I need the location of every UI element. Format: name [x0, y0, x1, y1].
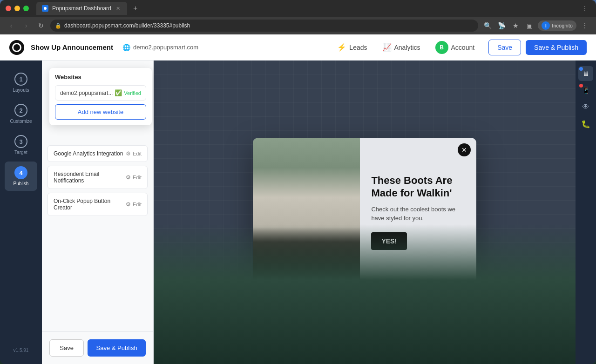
- cast-icon[interactable]: 📡: [496, 20, 507, 31]
- address-bar: ‹ › ↻ 🔒 dashboard.popupsmart.com/builder…: [0, 17, 596, 34]
- mobile-view-button[interactable]: 📱: [578, 83, 593, 98]
- panel-item-email-edit[interactable]: ⚙ Edit: [126, 174, 142, 181]
- websites-title: Websites: [55, 74, 146, 81]
- profile-label: Incognito: [552, 23, 573, 28]
- app-header: Show Up Announcement 🌐 demo2.popupsmart.…: [0, 34, 596, 61]
- header-save-publish-button[interactable]: Save & Publish: [526, 40, 587, 55]
- leads-label: Leads: [349, 44, 367, 51]
- maximize-window-button[interactable]: [23, 6, 29, 11]
- panel-item-analytics-edit[interactable]: ⚙ Edit: [126, 150, 142, 157]
- profile-chip[interactable]: I Incognito: [538, 20, 576, 31]
- preview-button[interactable]: 👁: [578, 100, 593, 115]
- tab-bar: Popupsmart Dashboard ✕ +: [36, 2, 579, 15]
- sidebar-item-target[interactable]: 3 Target: [5, 130, 37, 160]
- forward-button[interactable]: ›: [20, 20, 32, 31]
- verified-badge: ✅ Verified: [115, 89, 141, 96]
- panel-bottom: Save Save & Publish: [42, 331, 153, 364]
- account-label: Account: [451, 44, 475, 51]
- panel-item-email[interactable]: Respondent Email Notifications ⚙ Edit: [47, 166, 148, 189]
- sidebar-item-layouts[interactable]: 1 Layouts: [5, 68, 37, 97]
- url-text: dashboard.popupsmart.com/builder/33335#p…: [64, 22, 190, 29]
- mobile-icon: 📱: [582, 87, 590, 94]
- edit-icon-onclick: ⚙: [126, 201, 131, 208]
- reload-button[interactable]: ↻: [35, 20, 47, 31]
- sidebar-label-layouts: Layouts: [13, 88, 29, 93]
- website-indicator: 🌐 demo2.popupsmart.com: [122, 44, 198, 51]
- website-url: demo2.popupsmart.com: [133, 44, 198, 51]
- browser-tab[interactable]: Popupsmart Dashboard ✕: [36, 2, 127, 15]
- url-bar[interactable]: 🔒 dashboard.popupsmart.com/builder/33335…: [50, 20, 478, 32]
- sidebar-label-customize: Customize: [10, 119, 32, 124]
- publish-panel: Websites demo2.popupsmart... ✅ Verified …: [42, 61, 154, 364]
- edit-label-analytics: Edit: [133, 151, 142, 156]
- new-tab-button[interactable]: +: [129, 2, 142, 15]
- website-row[interactable]: demo2.popupsmart... ✅ Verified: [55, 85, 146, 101]
- analytics-icon: 📈: [382, 43, 392, 52]
- window-settings-button[interactable]: ⋮: [579, 3, 590, 14]
- edit-label-onclick: Edit: [133, 202, 142, 207]
- more-options-icon[interactable]: ⋮: [579, 20, 590, 31]
- account-nav-item[interactable]: B Account: [429, 38, 481, 57]
- verified-label: Verified: [124, 90, 141, 96]
- edit-label-email: Edit: [133, 175, 142, 180]
- eye-icon: 👁: [582, 103, 589, 111]
- search-icon[interactable]: 🔍: [482, 20, 493, 31]
- popup-description: Check out the coolest boots we have styl…: [371, 205, 465, 223]
- leads-nav-item[interactable]: ⚡ Leads: [331, 40, 373, 54]
- minimize-window-button[interactable]: [14, 6, 20, 11]
- desktop-icon: 🖥: [582, 69, 589, 78]
- desktop-view-button[interactable]: 🖥: [578, 66, 593, 81]
- account-avatar: B: [435, 41, 448, 54]
- sidebar-label-target: Target: [14, 150, 27, 155]
- popup-close-button[interactable]: ✕: [458, 143, 471, 156]
- sidebar-toggle-icon[interactable]: ▣: [524, 20, 535, 31]
- website-row-url: demo2.popupsmart...: [60, 90, 113, 96]
- panel-items: Google Analytics Integration ⚙ Edit Resp…: [42, 140, 153, 225]
- sidebar-label-publish: Publish: [14, 181, 29, 186]
- analytics-nav-item[interactable]: 📈 Analytics: [376, 40, 427, 54]
- tab-close-button[interactable]: ✕: [115, 5, 122, 12]
- bug-icon: 🐛: [581, 120, 590, 128]
- panel-item-analytics-label: Google Analytics Integration: [54, 150, 123, 157]
- bookmark-icon[interactable]: ★: [510, 20, 521, 31]
- lock-icon: 🔒: [55, 23, 61, 29]
- header-nav: ⚡ Leads 📈 Analytics B Account Save Save …: [331, 38, 587, 57]
- panel-item-onclick[interactable]: On-Click Popup Button Creator ⚙ Edit: [47, 193, 148, 216]
- address-bar-actions: 🔍 📡 ★ ▣ I Incognito ⋮: [482, 20, 590, 31]
- add-website-button[interactable]: Add new website: [55, 104, 146, 120]
- globe-icon: 🌐: [122, 44, 130, 51]
- version-text: v1.5.91: [14, 344, 29, 357]
- debug-button[interactable]: 🐛: [578, 116, 593, 131]
- panel-item-analytics[interactable]: Google Analytics Integration ⚙ Edit: [47, 145, 148, 162]
- websites-dropdown: Websites demo2.popupsmart... ✅ Verified …: [49, 68, 152, 125]
- sidebar: 1 Layouts 2 Customize 3 Target 4 Publish…: [0, 61, 42, 364]
- close-window-button[interactable]: [6, 6, 11, 11]
- analytics-label: Analytics: [394, 44, 420, 51]
- header-save-button[interactable]: Save: [488, 40, 521, 55]
- app-logo: [9, 40, 24, 55]
- panel-item-onclick-label: On-Click Popup Button Creator: [54, 198, 126, 211]
- leads-icon: ⚡: [337, 43, 346, 52]
- panel-publish-button[interactable]: Save & Publish: [88, 339, 146, 357]
- edit-icon-analytics: ⚙: [126, 150, 131, 157]
- verified-icon: ✅: [115, 89, 122, 96]
- tab-favicon: [42, 5, 48, 12]
- traffic-lights: [6, 6, 29, 11]
- tab-title: Popupsmart Dashboard: [52, 5, 111, 12]
- title-bar: Popupsmart Dashboard ✕ + ⋮: [0, 0, 596, 17]
- panel-item-email-label: Respondent Email Notifications: [54, 171, 126, 184]
- app-title: Show Up Announcement: [31, 43, 113, 51]
- popup-title: These Boots Are Made for Walkin': [371, 175, 465, 199]
- profile-avatar: I: [542, 21, 550, 30]
- panel-item-onclick-edit[interactable]: ⚙ Edit: [126, 201, 142, 208]
- window-controls: ⋮: [579, 3, 590, 14]
- sidebar-item-publish[interactable]: 4 Publish: [5, 162, 37, 191]
- edit-icon-email: ⚙: [126, 174, 131, 181]
- back-button[interactable]: ‹: [6, 20, 17, 31]
- sidebar-item-customize[interactable]: 2 Customize: [5, 99, 37, 128]
- right-toolbar: 🖥 📱 👁 🐛: [576, 61, 596, 364]
- panel-save-button[interactable]: Save: [49, 339, 84, 357]
